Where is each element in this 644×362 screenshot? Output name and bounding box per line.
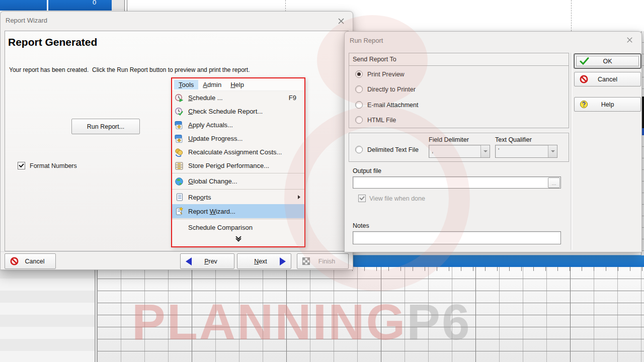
gantt-column-block <box>112 0 124 11</box>
send-report-to-label: Send Report To <box>349 53 569 66</box>
page-title: Report Generated <box>8 36 97 48</box>
menu-item-store-period-performance[interactable]: Store Period Performance... <box>172 159 304 172</box>
finish-flag-icon <box>302 257 310 265</box>
cancel-icon <box>10 257 19 265</box>
ok-button[interactable]: OK <box>574 54 641 68</box>
menubar-item-admin[interactable]: Admin <box>198 80 226 89</box>
menu-item-reports[interactable]: Reports <box>172 190 304 204</box>
notes-label: Notes <box>353 222 369 229</box>
check-schedule-report-icon <box>174 107 184 116</box>
menu-item-report-wizard[interactable]: Report Wizard... <box>172 204 304 218</box>
help-icon <box>580 100 588 109</box>
radio-print-preview[interactable]: Print Preview <box>355 70 405 78</box>
run-report-titlebar[interactable]: Run Report <box>345 32 641 49</box>
reports-icon <box>174 193 184 202</box>
shortcut-label: F9 <box>289 94 304 102</box>
gantt-table-left-panel <box>0 266 95 362</box>
app-screen: 0 PLANNINGP6 Report Wizard Report Genera… <box>0 0 644 362</box>
text-qualifier-label: Text Qualifier <box>495 136 532 143</box>
radio-icon <box>355 116 363 124</box>
dialog-vertical-separator <box>571 53 573 250</box>
menu-item-global-change[interactable]: Global Change... <box>172 174 304 189</box>
view-file-label: View file when done <box>369 195 425 202</box>
submenu-arrow-icon <box>298 195 300 199</box>
cancel-button[interactable]: Cancel <box>574 72 641 86</box>
menu-separator <box>172 173 304 173</box>
gantt-column-divider <box>124 0 127 11</box>
gantt-bar-segment-2: 0 <box>48 0 112 11</box>
format-numbers-checkbox[interactable]: Format Numbers <box>18 162 77 169</box>
store-period-performance-icon <box>174 161 184 170</box>
radio-icon <box>355 146 363 153</box>
radio-icon <box>355 101 363 109</box>
view-file-checkbox: View file when done <box>358 195 425 202</box>
arrow-right-icon <box>280 257 286 265</box>
close-icon[interactable] <box>337 17 346 26</box>
format-numbers-label: Format Numbers <box>30 162 77 169</box>
recalculate-assignment-costs-icon <box>174 147 184 157</box>
gantt-bar-value: 0 <box>93 0 96 6</box>
menubar: Tools Admin Help <box>172 78 304 91</box>
dropdown-arrow-icon <box>480 145 490 157</box>
radio-delimited-text-file[interactable]: Delimited Text File <box>355 146 419 153</box>
report-wizard-titlebar[interactable]: Report Wizard <box>1 12 353 30</box>
checkbox-icon <box>18 162 25 169</box>
radio-html-file[interactable]: HTML File <box>355 116 396 124</box>
field-delimiter-label: Field Delimiter <box>429 136 469 143</box>
menu-item-check-schedule-report[interactable]: Check Schedule Report... <box>172 105 304 118</box>
empty-icon-slot <box>174 223 184 232</box>
report-wizard-title: Report Wizard <box>6 17 47 24</box>
menu-item-schedule-comparison[interactable]: Schedule Comparison <box>172 220 304 235</box>
timescale-ticks <box>352 266 644 271</box>
menu-item-update-progress[interactable]: Update Progress... <box>172 132 304 145</box>
finish-button: Finish <box>297 253 349 269</box>
menu-item-schedule[interactable]: Schedule ... F9 <box>172 91 304 105</box>
radio-directly-to-printer[interactable]: Directly to Printer <box>355 85 416 93</box>
schedule-icon <box>174 93 184 103</box>
run-report-title: Run Report <box>350 37 383 44</box>
cancel-icon <box>580 75 588 83</box>
update-progress-icon <box>174 134 184 143</box>
tools-menu-popup: Tools Admin Help Schedule ... F9 Check S… <box>171 77 305 247</box>
apply-actuals-icon <box>174 120 184 130</box>
run-report-button[interactable]: Run Report... <box>71 119 140 134</box>
menubar-item-help[interactable]: Help <box>226 80 249 89</box>
menu-item-recalculate-assignment-costs[interactable]: Recalculate Assignment Costs... <box>172 145 304 159</box>
gantt-summary-bar <box>352 255 644 267</box>
notes-input[interactable] <box>353 231 561 244</box>
field-delimiter-select: , <box>429 145 490 158</box>
gantt-bar-segment-1 <box>0 0 47 11</box>
delimited-text-group: Delimited Text File Field Delimiter , Te… <box>349 133 569 162</box>
checkbox-icon <box>358 195 366 202</box>
radio-email-attachment[interactable]: E-mail Attachment <box>355 101 418 109</box>
global-change-icon <box>174 176 184 186</box>
cancel-button[interactable]: Cancel <box>5 253 56 269</box>
wizard-instruction: Your report has been created. Click the … <box>9 66 250 73</box>
report-wizard-icon <box>174 207 184 216</box>
arrow-left-icon <box>186 257 192 265</box>
footer-divider <box>1 251 353 252</box>
output-file-label: Output file <box>353 167 381 174</box>
timescale-dashed-line <box>285 0 286 12</box>
menubar-item-tools[interactable]: Tools <box>174 80 198 89</box>
radio-icon <box>355 85 363 93</box>
menu-separator <box>172 189 304 190</box>
run-report-dialog: Run Report Send Report To Print Preview … <box>344 31 642 252</box>
radio-icon <box>355 70 363 78</box>
help-button[interactable]: Help <box>574 97 641 112</box>
text-qualifier-select: ' <box>495 145 557 158</box>
send-report-to-group: Send Report To Print Preview Directly to… <box>349 53 569 128</box>
timescale-dashed-line <box>571 0 572 31</box>
menu-item-apply-actuals[interactable]: Apply Actuals... <box>172 118 304 132</box>
browse-button[interactable]: ... <box>548 177 560 188</box>
output-file-input[interactable] <box>353 176 561 189</box>
next-button[interactable]: Next <box>237 253 291 269</box>
dropdown-arrow-icon <box>548 145 557 157</box>
menu-separator <box>172 219 304 219</box>
menu-expand-chevron[interactable] <box>172 235 304 242</box>
prev-button[interactable]: Prev <box>180 253 234 269</box>
ok-check-icon <box>580 57 589 65</box>
close-icon[interactable] <box>625 36 634 45</box>
gantt-grid <box>97 266 644 362</box>
